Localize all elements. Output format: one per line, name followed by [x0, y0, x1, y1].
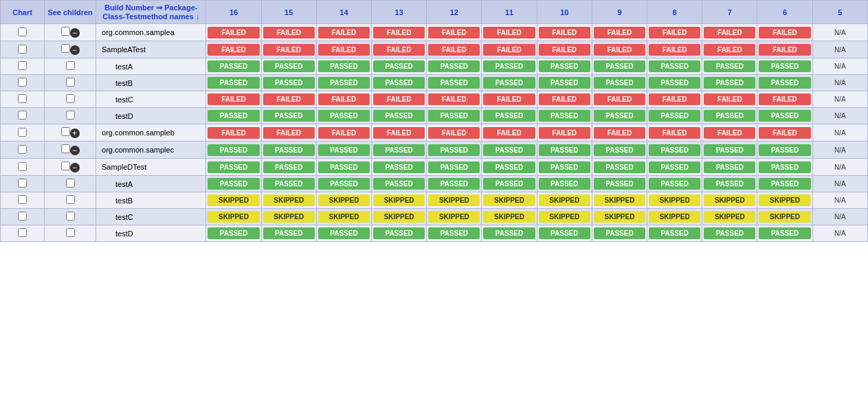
- status-cell[interactable]: FAILED: [647, 41, 702, 58]
- row-checkbox[interactable]: [66, 61, 75, 70]
- status-cell[interactable]: PASSED: [757, 58, 812, 75]
- status-cell[interactable]: SKIPPED: [316, 192, 371, 209]
- status-cell[interactable]: PASSED: [482, 225, 537, 242]
- status-cell[interactable]: FAILED: [427, 124, 482, 142]
- status-cell[interactable]: PASSED: [427, 108, 482, 124]
- status-cell[interactable]: PASSED: [206, 58, 261, 75]
- chart-checkbox[interactable]: [18, 145, 27, 154]
- status-cell[interactable]: PASSED: [261, 176, 316, 192]
- see-children-cell[interactable]: −: [45, 24, 96, 41]
- status-cell[interactable]: FAILED: [702, 41, 757, 58]
- status-cell[interactable]: PASSED: [647, 159, 702, 176]
- status-cell[interactable]: PASSED: [372, 58, 427, 75]
- chart-checkbox[interactable]: [18, 212, 27, 221]
- status-cell[interactable]: FAILED: [537, 24, 592, 41]
- status-cell[interactable]: PASSED: [647, 142, 702, 159]
- status-cell[interactable]: FAILED: [647, 24, 702, 41]
- status-cell[interactable]: PASSED: [592, 108, 647, 124]
- status-cell[interactable]: SKIPPED: [592, 209, 647, 225]
- status-cell[interactable]: FAILED: [702, 124, 757, 142]
- chart-checkbox-cell[interactable]: [1, 58, 45, 75]
- status-cell[interactable]: PASSED: [206, 142, 261, 159]
- status-cell[interactable]: PASSED: [647, 75, 702, 91]
- status-cell[interactable]: PASSED: [261, 58, 316, 75]
- status-cell[interactable]: FAILED: [757, 124, 812, 142]
- status-cell[interactable]: FAILED: [757, 24, 812, 41]
- status-cell[interactable]: FAILED: [372, 24, 427, 41]
- chart-checkbox[interactable]: [18, 228, 27, 237]
- status-cell[interactable]: FAILED: [482, 91, 537, 108]
- collapse-icon[interactable]: −: [70, 28, 80, 38]
- status-cell[interactable]: PASSED: [316, 75, 371, 91]
- status-cell[interactable]: SKIPPED: [647, 192, 702, 209]
- status-cell[interactable]: PASSED: [427, 176, 482, 192]
- status-cell[interactable]: FAILED: [427, 24, 482, 41]
- row-checkbox[interactable]: [61, 27, 70, 36]
- status-cell[interactable]: PASSED: [537, 225, 592, 242]
- collapse-icon[interactable]: −: [70, 163, 80, 172]
- status-cell[interactable]: FAILED: [702, 91, 757, 108]
- status-cell[interactable]: FAILED: [261, 124, 316, 142]
- status-cell[interactable]: FAILED: [482, 124, 537, 142]
- status-cell[interactable]: FAILED: [592, 41, 647, 58]
- status-cell[interactable]: FAILED: [482, 24, 537, 41]
- status-cell[interactable]: PASSED: [427, 75, 482, 91]
- chart-checkbox[interactable]: [18, 61, 27, 70]
- status-cell[interactable]: PASSED: [647, 108, 702, 124]
- chart-checkbox-cell[interactable]: [1, 176, 45, 192]
- status-cell[interactable]: PASSED: [592, 159, 647, 176]
- chart-checkbox[interactable]: [18, 128, 27, 137]
- status-cell[interactable]: FAILED: [647, 124, 702, 142]
- status-cell[interactable]: FAILED: [592, 124, 647, 142]
- row-checkbox[interactable]: [66, 78, 75, 87]
- status-cell[interactable]: SKIPPED: [427, 209, 482, 225]
- see-children-cell[interactable]: −: [45, 41, 96, 58]
- status-cell[interactable]: PASSED: [482, 159, 537, 176]
- status-cell[interactable]: SKIPPED: [592, 192, 647, 209]
- status-cell[interactable]: PASSED: [757, 142, 812, 159]
- status-cell[interactable]: FAILED: [647, 91, 702, 108]
- status-cell[interactable]: PASSED: [261, 225, 316, 242]
- chart-checkbox-cell[interactable]: [1, 41, 45, 58]
- status-cell[interactable]: PASSED: [206, 159, 261, 176]
- status-cell[interactable]: SKIPPED: [537, 209, 592, 225]
- status-cell[interactable]: PASSED: [647, 225, 702, 242]
- chart-checkbox[interactable]: [18, 94, 27, 103]
- status-cell[interactable]: FAILED: [316, 24, 371, 41]
- status-cell[interactable]: FAILED: [206, 124, 261, 142]
- chart-checkbox[interactable]: [18, 78, 27, 87]
- status-cell[interactable]: FAILED: [261, 41, 316, 58]
- status-cell[interactable]: PASSED: [757, 176, 812, 192]
- see-children-cell[interactable]: −: [45, 142, 96, 159]
- status-cell[interactable]: PASSED: [316, 225, 371, 242]
- status-cell[interactable]: PASSED: [372, 108, 427, 124]
- status-cell[interactable]: FAILED: [206, 24, 261, 41]
- status-cell[interactable]: PASSED: [592, 142, 647, 159]
- status-cell[interactable]: PASSED: [427, 58, 482, 75]
- status-cell[interactable]: PASSED: [427, 225, 482, 242]
- status-cell[interactable]: SKIPPED: [427, 192, 482, 209]
- status-cell[interactable]: PASSED: [482, 75, 537, 91]
- chart-checkbox-cell[interactable]: [1, 91, 45, 108]
- status-cell[interactable]: PASSED: [757, 108, 812, 124]
- status-cell[interactable]: FAILED: [261, 91, 316, 108]
- status-cell[interactable]: SKIPPED: [702, 192, 757, 209]
- status-cell[interactable]: PASSED: [372, 159, 427, 176]
- chart-checkbox[interactable]: [18, 45, 27, 54]
- status-cell[interactable]: FAILED: [537, 41, 592, 58]
- status-cell[interactable]: PASSED: [372, 225, 427, 242]
- status-cell[interactable]: FAILED: [537, 124, 592, 142]
- row-checkbox[interactable]: [66, 195, 75, 204]
- status-cell[interactable]: PASSED: [592, 176, 647, 192]
- status-cell[interactable]: FAILED: [206, 91, 261, 108]
- status-cell[interactable]: PASSED: [427, 159, 482, 176]
- status-cell[interactable]: PASSED: [537, 75, 592, 91]
- status-cell[interactable]: SKIPPED: [316, 209, 371, 225]
- status-cell[interactable]: SKIPPED: [757, 209, 812, 225]
- see-children-cell[interactable]: −: [45, 159, 96, 176]
- chart-checkbox-cell[interactable]: [1, 75, 45, 91]
- status-cell[interactable]: PASSED: [261, 142, 316, 159]
- status-cell[interactable]: SKIPPED: [206, 209, 261, 225]
- status-cell[interactable]: FAILED: [206, 41, 261, 58]
- status-cell[interactable]: PASSED: [702, 225, 757, 242]
